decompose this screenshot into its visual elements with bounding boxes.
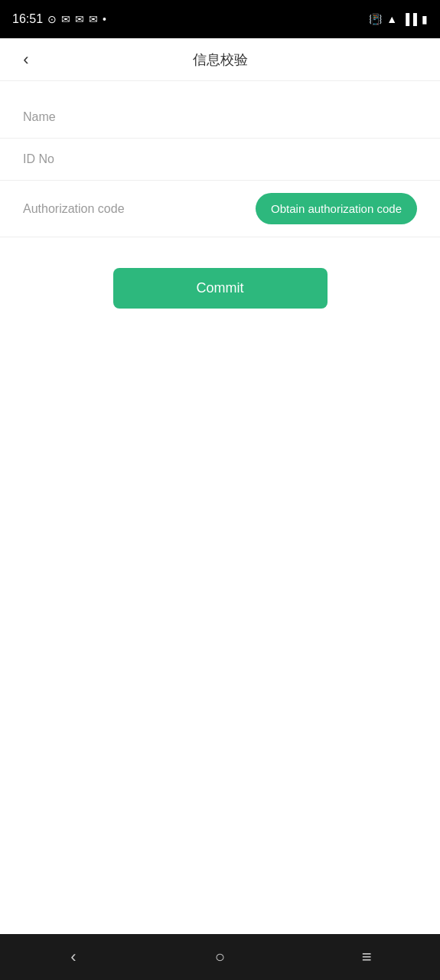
page-title: 信息校验	[193, 51, 248, 69]
back-icon: ‹	[23, 51, 28, 68]
nav-home-icon: ○	[215, 947, 225, 967]
nav-menu-icon: ≡	[362, 947, 372, 967]
name-field: Name	[0, 96, 440, 139]
status-right-icons: 📳 ▲ ▐▐ ▮	[369, 13, 428, 25]
id-input[interactable]	[130, 152, 417, 166]
status-dot: •	[103, 13, 106, 25]
battery-icon: ▮	[422, 13, 428, 25]
status-icon-3: ✉	[75, 13, 84, 25]
nav-menu-button[interactable]: ≡	[344, 942, 389, 972]
status-bar: 16:51 ⊙ ✉ ✉ ✉ • 📳 ▲ ▐▐ ▮	[0, 0, 440, 38]
bottom-nav: ‹ ○ ≡	[0, 934, 440, 980]
wifi-icon: ▲	[386, 13, 397, 25]
signal-icon: ▐▐	[402, 13, 417, 25]
status-icon-1: ⊙	[47, 13, 57, 25]
nav-back-button[interactable]: ‹	[51, 942, 96, 972]
status-icon-4: ✉	[89, 13, 98, 25]
id-label: ID No	[23, 152, 130, 166]
nav-back-icon: ‹	[70, 947, 76, 967]
obtain-auth-code-button[interactable]: Obtain authorization code	[256, 193, 417, 224]
auth-label: Authorization code	[23, 202, 256, 216]
main-content: Name ID No Authorization code Obtain aut…	[0, 81, 440, 934]
status-time: 16:51	[12, 12, 43, 26]
status-icon-2: ✉	[61, 13, 70, 25]
id-field: ID No	[0, 139, 440, 181]
name-label: Name	[23, 110, 130, 124]
auth-row: Authorization code Obtain authorization …	[0, 181, 440, 237]
nav-home-button[interactable]: ○	[197, 942, 243, 972]
name-input[interactable]	[130, 110, 417, 124]
status-left: 16:51 ⊙ ✉ ✉ ✉ •	[12, 12, 106, 26]
back-button[interactable]: ‹	[12, 46, 40, 74]
commit-section: Commit	[0, 237, 440, 324]
nav-header: ‹ 信息校验	[0, 38, 440, 81]
commit-button[interactable]: Commit	[113, 268, 328, 309]
signal-vibrate-icon: 📳	[369, 13, 382, 25]
